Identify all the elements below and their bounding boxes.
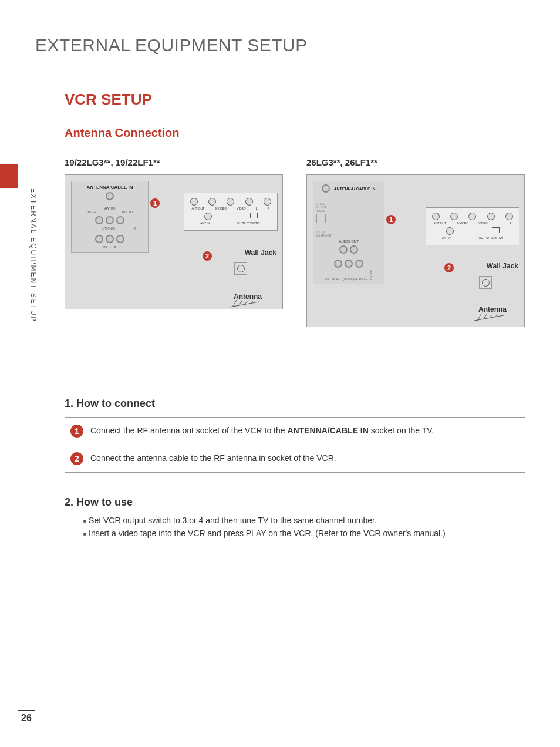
- port-av1-r: [355, 260, 363, 268]
- wall-jack-icon: [234, 262, 247, 275]
- label-svideo: S-VIDEO: [215, 207, 227, 210]
- antenna-icon-r: [474, 314, 504, 322]
- step1-pre: Connect the RF antenna out socket of the…: [90, 426, 287, 435]
- label-ant-out: ANT OUT: [192, 207, 205, 210]
- step1-post: socket on the TV.: [369, 426, 434, 435]
- port-aout-l: [339, 245, 348, 254]
- label-output-switch-r: OUTPUT SWITCH: [478, 236, 503, 240]
- how-to-use-bullets: Set VCR output switch to 3 or 4 and then…: [83, 516, 525, 538]
- wall-jack-icon-r: [479, 276, 492, 289]
- label-av-in-1: AV IN 1: [369, 270, 373, 280]
- vcr-video: [227, 198, 234, 206]
- page-number: 26: [18, 710, 35, 724]
- label-ant-in-r: ANT IN: [442, 236, 451, 240]
- port-pr: [95, 235, 103, 243]
- label-av-in: AV IN: [75, 206, 145, 210]
- vcr-output-switch-r: [492, 227, 500, 233]
- antenna-icon: [230, 300, 259, 309]
- how-to-connect-heading: 1. How to connect: [65, 398, 525, 410]
- vcr-video-r: [468, 213, 476, 220]
- port-video: [95, 216, 103, 224]
- callout-1-left: 1: [150, 198, 160, 208]
- diagram-box-left: ANTENNA/CABLE IN AV IN VIDEOAUDIO L(MONO…: [65, 174, 283, 309]
- vcr-l: [245, 198, 253, 206]
- port-audio-l: [106, 216, 114, 224]
- label-antenna-cable-in: ANTENNA/CABLE IN: [75, 184, 145, 190]
- diagram-box-right: ANTENNA/ CABLE IN GITALIO OUTTICAL I2C I…: [306, 174, 525, 327]
- vcr-ant-out: [190, 198, 198, 206]
- label-antenna-cable-in-right: ANTENNA/ CABLE IN: [333, 187, 375, 191]
- vcr-ant-in: [204, 213, 212, 220]
- label-ant-in: ANT IN: [200, 221, 210, 225]
- callout-1-right: 1: [386, 215, 396, 224]
- label-pr: PR: [103, 245, 107, 249]
- model-label-right: 26LG3**, 26LF1**: [306, 157, 525, 167]
- diagram-right: 26LG3**, 26LF1** ANTENNA/ CABLE IN GITAL…: [306, 157, 525, 327]
- port-av1-l: [345, 260, 353, 268]
- side-section-label: EXTERNAL EQUIPMENT SETUP: [29, 188, 38, 322]
- label-audio-out: AUDIO OUT: [316, 240, 381, 243]
- label-antenna-left: Antenna: [234, 292, 262, 301]
- bullet-1: Set VCR output switch to 3 or 4 and then…: [83, 516, 525, 525]
- bullet-2: Insert a video tape into the VCR and pre…: [83, 529, 525, 538]
- port-av1-v: [334, 260, 342, 268]
- vcr-svideo: [208, 198, 216, 206]
- label-r: R: [134, 227, 136, 230]
- label-video2: VIDEO: [237, 207, 246, 210]
- tv-panel-right: ANTENNA/ CABLE IN GITALIO OUTTICAL I2C I…: [313, 181, 384, 284]
- how-to-connect-steps: 1 Connect the RF antenna out socket of t…: [65, 417, 525, 473]
- port-aout-r: [350, 245, 358, 254]
- antenna-connection-heading: Antenna Connection: [65, 126, 525, 140]
- diagram-row: 19/22LG3**, 19/22LF1** ANTENNA/CABLE IN …: [65, 157, 525, 327]
- step-badge-1: 1: [70, 425, 83, 438]
- step-text-2: Connect the antenna cable to the RF ante…: [90, 452, 336, 463]
- step-badge-2: 2: [70, 452, 83, 465]
- vcr-r: [264, 198, 271, 206]
- label-output-switch: OUTPUT SWITCH: [237, 221, 261, 225]
- vcr-box-left: ANT OUT S-VIDEO VIDEO LR ANT IN OUTPUT S…: [184, 193, 278, 231]
- label-antenna-right: Antenna: [478, 305, 507, 314]
- label-ant-out-r: ANT OUT: [434, 221, 447, 225]
- port-antenna-in: [106, 192, 114, 200]
- port-comp-l: [106, 235, 114, 243]
- step-text-1: Connect the RF antenna out socket of the…: [90, 425, 434, 435]
- vcr-ant-in-r: [446, 227, 454, 235]
- tv-panel-left: ANTENNA/CABLE IN AV IN VIDEOAUDIO L(MONO…: [71, 181, 149, 253]
- vcr-output-switch: [250, 213, 258, 218]
- port-audio-r: [116, 216, 124, 224]
- step-row-2: 2 Connect the antenna cable to the RF an…: [65, 445, 525, 472]
- callout-2-left: 2: [203, 251, 212, 261]
- port-comp-r: [116, 235, 124, 243]
- label-svideo-r: S-VIDEO: [457, 221, 469, 225]
- vcr-box-right: ANT OUT S-VIDEO VIDEO LR ANT IN OUTPUT S…: [426, 207, 519, 245]
- diagram-left: 19/22LG3**, 19/22LF1** ANTENNA/CABLE IN …: [65, 157, 283, 327]
- label-audio: AUDIO: [122, 210, 133, 214]
- step1-bold: ANTENNA/CABLE IN: [287, 426, 368, 435]
- vcr-l-r: [487, 213, 495, 220]
- port-antenna-right: [322, 184, 330, 193]
- label-video: VIDEO: [87, 210, 98, 214]
- vcr-setup-heading: VCR SETUP: [65, 90, 525, 109]
- vcr-r-r: [505, 213, 513, 220]
- label-wall-jack-right: Wall Jack: [487, 262, 518, 270]
- optical-port: [316, 214, 326, 223]
- label-video-r: VIDEO: [478, 221, 488, 225]
- model-label-left: 19/22LG3**, 19/22LF1**: [65, 157, 283, 167]
- label-wall-jack-left: Wall Jack: [245, 248, 276, 257]
- vcr-ant-out-r: [432, 213, 440, 220]
- label-lmono: L(MONO): [102, 227, 115, 230]
- callout-2-right: 2: [444, 263, 454, 272]
- side-accent-tab: [0, 164, 18, 188]
- vcr-svideo-r: [450, 213, 458, 220]
- step-row-1: 1 Connect the RF antenna out socket of t…: [65, 418, 525, 445]
- page-title: EXTERNAL EQUIPMENT SETUP: [35, 35, 525, 55]
- how-to-use-heading: 2. How to use: [65, 496, 525, 509]
